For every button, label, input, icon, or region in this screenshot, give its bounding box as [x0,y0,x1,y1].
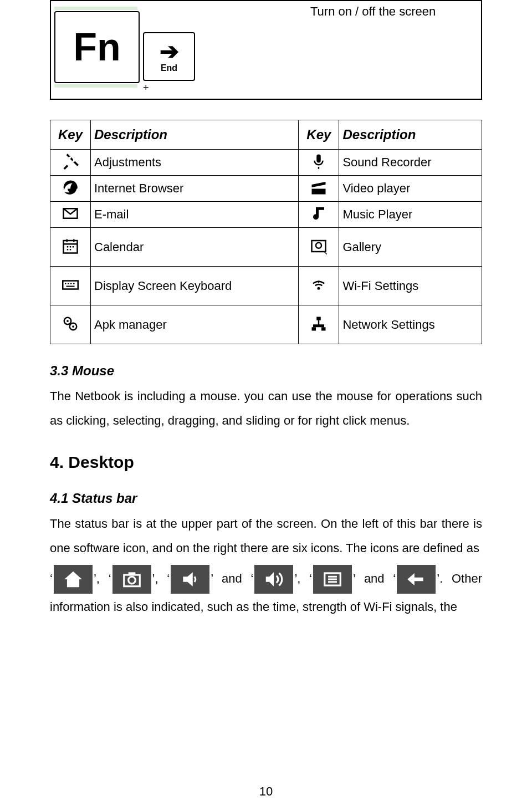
section-mouse-heading: 3.3 Mouse [50,363,482,379]
svg-rect-11 [321,327,326,330]
volume-up-icon [254,565,293,594]
end-label: End [161,63,177,73]
home-icon [54,565,93,594]
cell-apk-manager: Apk manager [91,305,299,344]
header-key-left: Key [50,120,91,150]
quote: ‘ [251,572,254,585]
sep: , [297,572,309,585]
cell-network: Network Settings [339,305,482,344]
quote: ‘ [309,572,312,585]
cell-adjustments: Adjustments [91,150,299,176]
table-row: Calendar Gallery [50,228,482,267]
svg-rect-10 [312,327,316,330]
end-keycap: ➔ End [143,32,195,81]
svg-rect-3 [63,280,78,289]
menu-icon [313,565,352,594]
cell-video-player: Video player [339,176,482,202]
svg-rect-14 [128,572,135,575]
section-mouse-body: The Netbook is including a mouse. you ca… [50,384,482,433]
cell-gallery: Gallery [339,228,482,267]
keyboard-icon [61,276,80,294]
mail-icon [61,204,80,223]
wifi-icon [309,276,328,294]
section-statusbar-body: The status bar is at the upper part of t… [50,512,482,560]
volume-down-icon [171,565,209,594]
svg-point-4 [318,287,320,289]
and: and [213,572,250,585]
svg-rect-9 [317,317,321,320]
cell-wifi: Wi-Fi Settings [339,267,482,305]
table-row: E-mail Music Player [50,202,482,228]
tools-icon [61,152,80,171]
gears-icon [61,314,80,333]
cell-browser: Internet Browser [91,176,299,202]
quote: ‘ [167,572,170,585]
table-row: Apk manager Network Settings [50,305,482,344]
sep: , [155,572,167,585]
cell-email: E-mail [91,202,299,228]
gallery-icon [309,237,328,256]
quote: ‘ [393,572,396,585]
clapper-icon [309,178,328,197]
page-number: 10 [0,784,532,799]
table-row: Internet Browser Video player [50,176,482,202]
cell-sound-recorder: Sound Recorder [339,150,482,176]
sep: , [96,572,109,585]
music-note-icon [309,204,328,223]
section-statusbar-heading: 4.1 Status bar [50,491,482,506]
svg-point-7 [66,320,69,322]
header-key-right: Key [299,120,339,150]
cell-keyboard: Display Screen Keyboard [91,267,299,305]
fn-key-combo-box: Fn + ➔ End Turn on / off the screen [50,0,482,100]
cell-calendar: Calendar [91,228,299,267]
table-row: Display Screen Keyboard Wi-Fi Settings [50,267,482,305]
chapter-desktop-heading: 4. Desktop [50,453,482,472]
calendar-icon [61,237,80,256]
table-row: Adjustments Sound Recorder [50,150,482,176]
arrow-right-icon: ➔ [160,40,179,63]
network-icon [309,314,328,333]
camera-icon [112,565,151,594]
table-header-row: Key Description Key Description [50,120,482,150]
ie-icon [61,178,80,197]
fn-keycap: Fn [54,11,140,83]
svg-point-8 [72,325,74,328]
quote: ‘ [109,572,111,585]
svg-point-2 [316,242,321,248]
combo-description: Turn on / off the screen [310,4,436,19]
back-arrow-icon [397,565,436,594]
header-desc-left: Description [91,120,299,150]
icon-definition-line: ‘’, ‘’, ‘’ and ‘’, ‘’ and ‘’. Other info… [50,565,482,620]
quote: ‘ [50,572,53,585]
header-desc-right: Description [339,120,482,150]
svg-point-13 [128,577,135,584]
cell-music-player: Music Player [339,202,482,228]
and: and [355,572,393,585]
plus-sign: + [143,82,149,94]
microphone-icon [309,152,328,171]
key-description-table: Key Description Key Description Adjustme… [50,120,482,344]
